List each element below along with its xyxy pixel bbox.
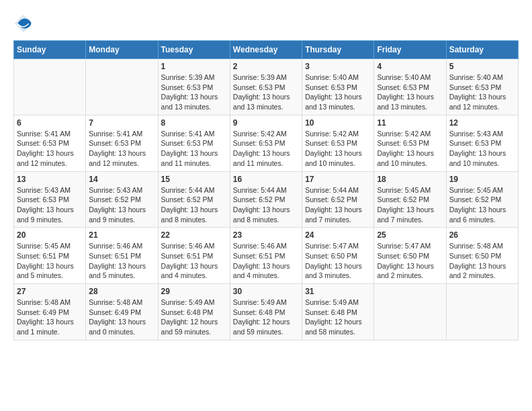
calendar-week-row: 20Sunrise: 5:45 AMSunset: 6:51 PMDayligh… (14, 228, 519, 284)
day-info: Sunrise: 5:45 AMSunset: 6:52 PMDaylight:… (377, 185, 443, 225)
day-number: 18 (377, 175, 443, 184)
calendar-cell: 18Sunrise: 5:45 AMSunset: 6:52 PMDayligh… (374, 171, 446, 228)
calendar-cell: 14Sunrise: 5:43 AMSunset: 6:52 PMDayligh… (86, 171, 158, 228)
day-number: 26 (449, 230, 515, 240)
calendar-cell: 30Sunrise: 5:49 AMSunset: 6:48 PMDayligh… (230, 284, 302, 340)
calendar-cell: 10Sunrise: 5:42 AMSunset: 6:53 PMDayligh… (302, 115, 374, 171)
day-number: 13 (17, 175, 83, 184)
day-number: 28 (89, 287, 154, 296)
calendar-cell: 11Sunrise: 5:42 AMSunset: 6:53 PMDayligh… (374, 115, 446, 171)
day-number: 7 (89, 118, 154, 128)
day-info: Sunrise: 5:44 AMSunset: 6:52 PMDaylight:… (305, 185, 371, 225)
calendar-table: SundayMondayTuesdayWednesdayThursdayFrid… (13, 40, 519, 340)
day-info: Sunrise: 5:48 AMSunset: 6:49 PMDaylight:… (89, 298, 154, 337)
calendar-cell: 19Sunrise: 5:45 AMSunset: 6:52 PMDayligh… (446, 171, 518, 228)
day-number: 24 (305, 230, 371, 240)
day-info: Sunrise: 5:42 AMSunset: 6:53 PMDaylight:… (233, 129, 299, 169)
calendar-cell: 16Sunrise: 5:44 AMSunset: 6:52 PMDayligh… (230, 171, 302, 228)
day-number: 22 (161, 230, 227, 240)
calendar-cell: 3Sunrise: 5:40 AMSunset: 6:53 PMDaylight… (302, 59, 374, 116)
day-info: Sunrise: 5:39 AMSunset: 6:53 PMDaylight:… (161, 73, 227, 112)
day-number: 19 (449, 175, 515, 184)
calendar-cell: 24Sunrise: 5:47 AMSunset: 6:50 PMDayligh… (302, 228, 374, 284)
calendar-cell: 4Sunrise: 5:40 AMSunset: 6:53 PMDaylight… (374, 59, 446, 116)
calendar-cell: 26Sunrise: 5:48 AMSunset: 6:50 PMDayligh… (446, 228, 518, 284)
calendar-cell: 2Sunrise: 5:39 AMSunset: 6:53 PMDaylight… (230, 59, 302, 116)
day-info: Sunrise: 5:40 AMSunset: 6:53 PMDaylight:… (377, 73, 443, 112)
day-number: 2 (233, 62, 299, 71)
day-info: Sunrise: 5:41 AMSunset: 6:53 PMDaylight:… (17, 129, 83, 169)
calendar-cell (14, 59, 86, 116)
header-cell: Wednesday (230, 41, 302, 59)
day-number: 5 (449, 62, 515, 71)
calendar-cell (86, 59, 158, 116)
calendar-cell: 7Sunrise: 5:41 AMSunset: 6:53 PMDaylight… (86, 115, 158, 171)
day-info: Sunrise: 5:48 AMSunset: 6:50 PMDaylight:… (449, 241, 515, 281)
day-info: Sunrise: 5:42 AMSunset: 6:53 PMDaylight:… (377, 129, 443, 169)
day-info: Sunrise: 5:43 AMSunset: 6:53 PMDaylight:… (449, 129, 515, 169)
day-info: Sunrise: 5:44 AMSunset: 6:52 PMDaylight:… (233, 185, 299, 225)
header-cell: Thursday (302, 41, 374, 59)
header-cell: Tuesday (158, 41, 230, 59)
logo (13, 13, 36, 34)
calendar-cell: 21Sunrise: 5:46 AMSunset: 6:51 PMDayligh… (86, 228, 158, 284)
day-info: Sunrise: 5:43 AMSunset: 6:53 PMDaylight:… (17, 185, 83, 225)
calendar-cell: 1Sunrise: 5:39 AMSunset: 6:53 PMDaylight… (158, 59, 230, 116)
day-info: Sunrise: 5:39 AMSunset: 6:53 PMDaylight:… (233, 73, 299, 112)
header-cell: Monday (86, 41, 158, 59)
header-cell: Saturday (446, 41, 518, 59)
day-info: Sunrise: 5:46 AMSunset: 6:51 PMDaylight:… (161, 241, 227, 281)
calendar-week-row: 6Sunrise: 5:41 AMSunset: 6:53 PMDaylight… (14, 115, 519, 171)
day-info: Sunrise: 5:45 AMSunset: 6:51 PMDaylight:… (17, 241, 83, 281)
calendar-body: 1Sunrise: 5:39 AMSunset: 6:53 PMDaylight… (14, 59, 519, 340)
day-info: Sunrise: 5:40 AMSunset: 6:53 PMDaylight:… (449, 73, 515, 112)
header-row: SundayMondayTuesdayWednesdayThursdayFrid… (14, 41, 519, 59)
calendar-cell: 13Sunrise: 5:43 AMSunset: 6:53 PMDayligh… (14, 171, 86, 228)
day-number: 21 (89, 230, 154, 240)
day-number: 10 (305, 118, 371, 128)
calendar-cell: 22Sunrise: 5:46 AMSunset: 6:51 PMDayligh… (158, 228, 230, 284)
day-info: Sunrise: 5:43 AMSunset: 6:52 PMDaylight:… (89, 185, 154, 225)
page-header (13, 13, 519, 34)
calendar-cell: 5Sunrise: 5:40 AMSunset: 6:53 PMDaylight… (446, 59, 518, 116)
day-number: 9 (233, 118, 299, 128)
day-info: Sunrise: 5:45 AMSunset: 6:52 PMDaylight:… (449, 185, 515, 225)
calendar-cell: 23Sunrise: 5:46 AMSunset: 6:51 PMDayligh… (230, 228, 302, 284)
day-number: 20 (17, 230, 83, 240)
day-info: Sunrise: 5:40 AMSunset: 6:53 PMDaylight:… (305, 73, 371, 112)
day-info: Sunrise: 5:49 AMSunset: 6:48 PMDaylight:… (233, 298, 299, 337)
calendar-header: SundayMondayTuesdayWednesdayThursdayFrid… (14, 41, 519, 59)
calendar-cell (446, 284, 518, 340)
calendar-cell (374, 284, 446, 340)
day-info: Sunrise: 5:47 AMSunset: 6:50 PMDaylight:… (305, 241, 371, 281)
day-number: 6 (17, 118, 83, 128)
day-number: 15 (161, 175, 227, 184)
day-number: 14 (89, 175, 154, 184)
day-info: Sunrise: 5:41 AMSunset: 6:53 PMDaylight:… (89, 129, 154, 169)
header-cell: Sunday (14, 41, 86, 59)
day-info: Sunrise: 5:48 AMSunset: 6:49 PMDaylight:… (17, 298, 83, 337)
day-info: Sunrise: 5:42 AMSunset: 6:53 PMDaylight:… (305, 129, 371, 169)
day-number: 4 (377, 62, 443, 71)
day-number: 8 (161, 118, 227, 128)
calendar-cell: 29Sunrise: 5:49 AMSunset: 6:48 PMDayligh… (158, 284, 230, 340)
day-info: Sunrise: 5:49 AMSunset: 6:48 PMDaylight:… (161, 298, 227, 337)
calendar-week-row: 1Sunrise: 5:39 AMSunset: 6:53 PMDaylight… (14, 59, 519, 116)
day-info: Sunrise: 5:49 AMSunset: 6:48 PMDaylight:… (305, 298, 371, 337)
calendar-cell: 9Sunrise: 5:42 AMSunset: 6:53 PMDaylight… (230, 115, 302, 171)
day-number: 17 (305, 175, 371, 184)
calendar-cell: 15Sunrise: 5:44 AMSunset: 6:52 PMDayligh… (158, 171, 230, 228)
day-number: 25 (377, 230, 443, 240)
logo-icon (13, 13, 34, 34)
header-cell: Friday (374, 41, 446, 59)
calendar-cell: 28Sunrise: 5:48 AMSunset: 6:49 PMDayligh… (86, 284, 158, 340)
calendar-cell: 6Sunrise: 5:41 AMSunset: 6:53 PMDaylight… (14, 115, 86, 171)
day-number: 16 (233, 175, 299, 184)
calendar-week-row: 13Sunrise: 5:43 AMSunset: 6:53 PMDayligh… (14, 171, 519, 228)
calendar-cell: 17Sunrise: 5:44 AMSunset: 6:52 PMDayligh… (302, 171, 374, 228)
calendar-week-row: 27Sunrise: 5:48 AMSunset: 6:49 PMDayligh… (14, 284, 519, 340)
day-number: 31 (305, 287, 371, 296)
day-info: Sunrise: 5:41 AMSunset: 6:53 PMDaylight:… (161, 129, 227, 169)
day-number: 27 (17, 287, 83, 296)
day-info: Sunrise: 5:44 AMSunset: 6:52 PMDaylight:… (161, 185, 227, 225)
